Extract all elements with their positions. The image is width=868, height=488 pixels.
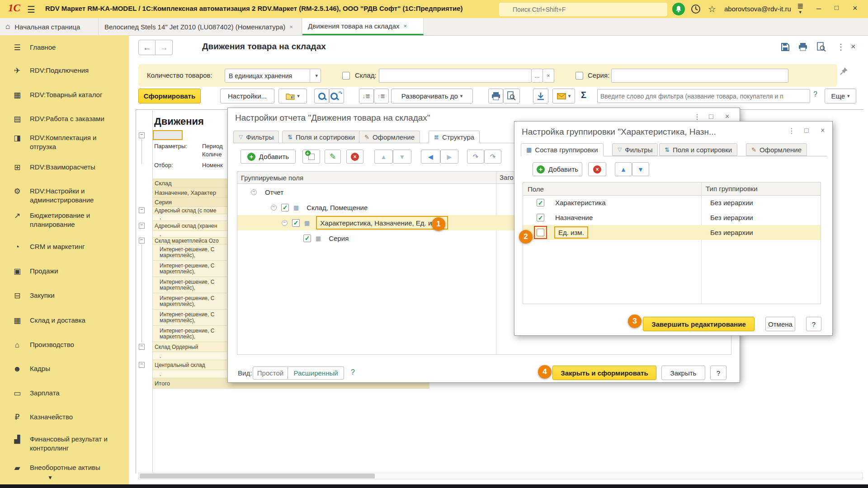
sidebar-item-rdv-vzaimoraschety[interactable]: ⊞RDV:Взаиморасчеты bbox=[0, 163, 129, 172]
dialog-menu-dots-icon[interactable]: ⋮ bbox=[693, 113, 701, 121]
scrollbar-thumb[interactable] bbox=[140, 474, 375, 479]
selected-grouping-cell[interactable]: Характеристика, Назначение, Ед. изм. bbox=[316, 216, 448, 230]
find-button[interactable] bbox=[314, 89, 329, 103]
pin-filters-button[interactable] bbox=[840, 67, 848, 77]
tab-report[interactable]: Движения товара на складах × bbox=[302, 18, 424, 35]
row-checkbox[interactable] bbox=[303, 235, 311, 242]
field-row-characteristic[interactable]: Характеристика Без иерархии bbox=[523, 195, 821, 210]
favorites-star-icon[interactable]: ☆ bbox=[708, 4, 716, 14]
series-input[interactable] bbox=[611, 69, 788, 83]
print-button[interactable] bbox=[488, 89, 503, 103]
dialog-menu-dots-icon[interactable]: ⋮ bbox=[788, 127, 795, 135]
preview-button[interactable] bbox=[817, 42, 826, 53]
sidebar-item-proizvodstvo[interactable]: ⌂Производство bbox=[0, 340, 129, 350]
horizontal-scrollbar[interactable] bbox=[138, 473, 863, 479]
sidebar-item-finrezultat[interactable]: ▟Финансовый результат и контроллинг bbox=[0, 435, 129, 453]
row-checkbox[interactable] bbox=[281, 204, 289, 211]
add-button[interactable]: +Добавить bbox=[241, 150, 296, 164]
dialog-help-button[interactable]: ? bbox=[806, 317, 821, 331]
swap-group-button2[interactable]: ↷ bbox=[484, 150, 501, 164]
sidebar-item-rdv-katalog[interactable]: ▦RDV:Товарный каталог bbox=[0, 90, 129, 100]
minimize-button[interactable]: – bbox=[816, 4, 821, 13]
sidebar-item-kaznacheystvo[interactable]: ₽Казначейство bbox=[0, 413, 129, 422]
tab-grouping-content[interactable]: ▦Состав группировки bbox=[521, 143, 604, 156]
move-down-button[interactable]: ▼ bbox=[632, 162, 649, 176]
expand-to-button[interactable]: Разворачивать до bbox=[391, 89, 473, 103]
warehouse-clear-button[interactable]: × bbox=[543, 69, 554, 83]
report-expander-icon[interactable] bbox=[139, 132, 145, 138]
report-expander-icon[interactable] bbox=[139, 362, 145, 368]
service-menu-icon[interactable]: ≣ ▼ bbox=[797, 4, 803, 15]
move-up-button[interactable]: ▲ bbox=[615, 162, 632, 176]
back-button[interactable]: ← bbox=[138, 40, 156, 55]
report-selected-cell[interactable] bbox=[153, 130, 183, 140]
print-preview-button[interactable] bbox=[503, 89, 520, 103]
delete-button[interactable]: × bbox=[588, 162, 606, 176]
sidebar-item-sklad[interactable]: ▦Склад и доставка bbox=[0, 316, 129, 325]
collapse-icon[interactable] bbox=[251, 189, 257, 195]
tab-report-close-icon[interactable]: × bbox=[404, 23, 407, 29]
dialog-maximize-icon[interactable]: □ bbox=[804, 127, 809, 135]
sidebar-item-vneoborotnye[interactable]: ▰Внеоборотные активы bbox=[0, 463, 129, 473]
add-button[interactable]: +Добавить bbox=[533, 162, 582, 176]
sidebar-item-rdv-komplektatsiya[interactable]: ◨RDV:Комплектация и отгрузка bbox=[0, 133, 129, 151]
chevron-down-icon[interactable] bbox=[310, 69, 321, 82]
tab-fields-sorting[interactable]: ⇅Поля и сортировки bbox=[282, 131, 360, 143]
print-report-button[interactable] bbox=[798, 43, 807, 53]
finish-editing-button[interactable]: Завершить редактирование bbox=[643, 317, 755, 331]
save-report-button[interactable] bbox=[781, 42, 790, 53]
sum-totals-button[interactable]: Σ bbox=[581, 90, 586, 100]
save-result-button[interactable] bbox=[533, 89, 548, 103]
dialog-maximize-icon[interactable]: □ bbox=[709, 113, 713, 121]
swap-group-button[interactable]: ↷ bbox=[467, 150, 484, 164]
expand-groups-button[interactable]: ↑≣ bbox=[374, 89, 389, 103]
tab-appearance[interactable]: ✎Оформление bbox=[359, 131, 420, 143]
sidebar-item-rdv-podklyucheniya[interactable]: ✈RDV:Подключения bbox=[0, 66, 129, 75]
cancel-button[interactable]: Отмена bbox=[765, 317, 795, 331]
warehouse-checkbox[interactable] bbox=[342, 72, 350, 80]
row-checkbox[interactable] bbox=[292, 219, 300, 227]
report-expander-icon[interactable] bbox=[139, 344, 145, 350]
form-close-icon[interactable]: × bbox=[851, 42, 856, 52]
move-right-button[interactable]: ▶ bbox=[440, 150, 458, 164]
tab-home[interactable]: ⌂ Начальная страница bbox=[0, 18, 99, 35]
warehouse-input[interactable] bbox=[379, 69, 532, 83]
find-next-button[interactable]: ↷ bbox=[329, 89, 344, 103]
sidebar-item-kadry[interactable]: ☻Кадры bbox=[0, 364, 129, 374]
collapse-icon[interactable] bbox=[282, 220, 288, 226]
view-simple-button[interactable]: Простой bbox=[253, 366, 288, 380]
form-menu-dots-icon[interactable]: ⋮ bbox=[837, 42, 845, 52]
move-down-button[interactable]: ▼ bbox=[393, 150, 411, 164]
notifications-button[interactable] bbox=[672, 3, 685, 15]
view-advanced-button[interactable]: Расширенный bbox=[288, 366, 344, 380]
tree-row-report[interactable]: Отчет bbox=[237, 184, 495, 200]
tab-filters[interactable]: ▽Фильтры bbox=[233, 131, 279, 143]
close-and-generate-button[interactable]: Закрыть и сформировать bbox=[552, 366, 656, 380]
sidebar-more-icon[interactable]: ▼ bbox=[47, 474, 53, 481]
dialog-help-button[interactable]: ? bbox=[710, 366, 726, 380]
tab-structure[interactable]: ≣Структура bbox=[429, 131, 480, 143]
report-expander-icon[interactable] bbox=[139, 223, 145, 229]
row-checkbox-unchecked[interactable] bbox=[537, 229, 544, 236]
tab-appearance[interactable]: ✎Оформление bbox=[746, 143, 807, 156]
quick-filter-input[interactable] bbox=[597, 89, 810, 103]
help-link[interactable]: ? bbox=[813, 90, 817, 99]
tab-product[interactable]: Велосипед Stels 14" Jet Z010 (LU087402) … bbox=[99, 18, 302, 35]
delete-button[interactable]: × bbox=[346, 150, 363, 164]
row-checkbox[interactable] bbox=[537, 199, 544, 206]
sidebar-item-glavnoe[interactable]: ☰Главное bbox=[0, 43, 129, 52]
forward-button[interactable]: → bbox=[156, 40, 173, 55]
maximize-button[interactable]: □ bbox=[835, 4, 839, 11]
close-window-button[interactable]: × bbox=[853, 4, 858, 13]
series-checkbox[interactable] bbox=[576, 72, 583, 80]
sidebar-item-prodazhi[interactable]: ▣Продажи bbox=[0, 267, 129, 276]
sidebar-item-rdv-nastroyki[interactable]: ⚙RDV:Настройки и администрирование bbox=[0, 187, 129, 205]
settings-button[interactable]: Настройки... bbox=[220, 89, 274, 103]
collapse-icon[interactable] bbox=[271, 205, 277, 211]
sidebar-item-byudzhetirovanie[interactable]: ↗Бюджетирование и планирование bbox=[0, 211, 129, 229]
field-row-unit[interactable]: Ед. изм. Без иерархии bbox=[523, 225, 821, 240]
user-email[interactable]: aborovtsova@rdv-it.ru bbox=[724, 5, 791, 13]
unit-field-cell[interactable]: Ед. изм. bbox=[554, 226, 588, 239]
sidebar-item-zarplata[interactable]: ▭Зарплата bbox=[0, 389, 129, 398]
quantity-select[interactable]: В единицах хранения bbox=[225, 69, 321, 83]
